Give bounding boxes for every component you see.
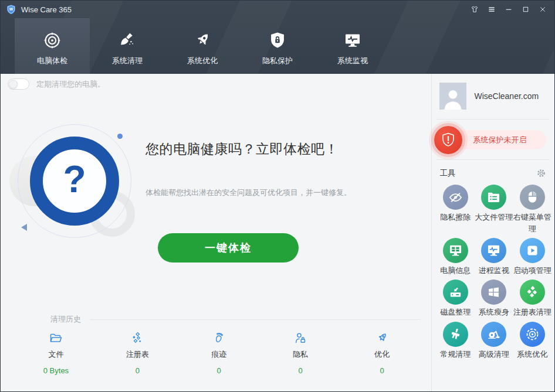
checkup-icon — [43, 28, 62, 53]
stat-label: 痕迹 — [211, 349, 226, 360]
tshirt-icon — [470, 5, 479, 14]
svg-text:W: W — [9, 7, 13, 11]
history-title: 清理历史 — [50, 314, 81, 325]
tab-pc-checkup[interactable]: 电脑体检 — [15, 18, 90, 74]
tool-label: 系统瘦身 — [479, 306, 509, 318]
gear-target-icon — [520, 322, 545, 347]
tool-system-optimizer[interactable]: 系统优化 — [513, 322, 551, 360]
scheduler-label: 定期清理您的电脑。 — [36, 79, 105, 90]
tool-label: 进程监视 — [479, 265, 509, 277]
tab-system-monitor[interactable]: 系统监视 — [315, 18, 390, 74]
minimize-button[interactable] — [500, 1, 517, 18]
tool-big-file-manager[interactable]: 大文件管理 — [475, 185, 513, 235]
rocket-icon — [193, 28, 212, 53]
account-name[interactable]: WiseCleaner.com — [474, 91, 539, 101]
tool-context-menu-manager[interactable]: 右键菜单管理 — [513, 185, 551, 235]
stat-files: 文件 0 Bytes — [15, 330, 97, 375]
tool-label: 磁盘整理 — [440, 306, 471, 318]
hero-description: 体检能帮您找出潜在的安全问题及可优化项目，并一键修复。 — [145, 188, 351, 198]
tab-label: 系统优化 — [187, 56, 218, 66]
window-controls — [466, 1, 551, 18]
tool-label: 右键菜单管理 — [513, 212, 551, 235]
question-ring: ? — [30, 137, 119, 226]
content-area: 定期清理您的电脑。 ? 您的电脑健康吗？立即体检吧！ 体检能帮您找出潜在的安全问… — [1, 74, 554, 392]
tool-label: 大文件管理 — [475, 212, 513, 223]
stat-privacy: 隐私 0 — [260, 330, 341, 375]
decor-triangle — [21, 224, 27, 231]
tab-label: 系统监视 — [337, 56, 368, 66]
stat-registry: 注册表 0 — [97, 330, 178, 375]
sidebar: WiseCleaner.com 系统保护未开启 工具 隐私擦除 大文件管理 右键… — [431, 74, 554, 392]
history-stats: 文件 0 Bytes 注册表 0 痕迹 0 隐私 0 优化 0 — [15, 330, 422, 375]
tab-system-cleaner[interactable]: 系统清理 — [90, 18, 165, 74]
minimize-icon — [504, 5, 513, 14]
windows-icon — [481, 279, 506, 305]
close-icon — [538, 5, 547, 14]
tool-label: 高级清理 — [479, 349, 509, 360]
tool-label: 常规清理 — [440, 349, 471, 360]
monitor-wave-icon — [481, 238, 506, 263]
tool-privacy-eraser[interactable]: 隐私擦除 — [436, 185, 475, 235]
tab-privacy-protector[interactable]: 隐私保护 — [240, 18, 315, 74]
tools-settings-gear-icon[interactable] — [536, 168, 547, 179]
window-title: Wise Care 365 — [21, 5, 72, 14]
monitor-grid-icon — [443, 238, 468, 263]
toggle-knob — [9, 80, 18, 88]
brush-icon — [443, 322, 468, 347]
menu-button[interactable] — [483, 1, 500, 18]
diamonds-outline-icon — [130, 330, 144, 346]
tool-pc-information[interactable]: 电脑信息 — [436, 238, 475, 277]
tool-advanced-cleaner[interactable]: 高级清理 — [475, 322, 513, 360]
maximize-button[interactable] — [517, 1, 534, 18]
close-button[interactable] — [534, 1, 551, 18]
scheduler-row: 定期清理您的电脑。 — [8, 79, 105, 90]
monitor-pulse-icon — [343, 28, 362, 53]
tab-system-tuneup[interactable]: 系统优化 — [165, 18, 240, 74]
main-panel: 定期清理您的电脑。 ? 您的电脑健康吗？立即体检吧！ 体检能帮您找出潜在的安全问… — [1, 74, 431, 392]
account-row[interactable]: WiseCleaner.com — [432, 74, 554, 119]
avatar — [439, 83, 466, 110]
stat-optimization: 优化 0 — [341, 330, 423, 375]
shield-lock-icon — [268, 28, 287, 53]
tool-disk-defrag[interactable]: 磁盘整理 — [436, 279, 475, 318]
tool-common-cleaner[interactable]: 常规清理 — [436, 322, 475, 360]
tool-startup-manager[interactable]: 启动项管理 — [513, 238, 551, 277]
stat-value: 0 — [299, 366, 303, 375]
broom-icon — [118, 28, 137, 53]
titlebar: W Wise Care 365 — [1, 1, 554, 18]
stat-value: 0 — [217, 366, 221, 375]
history-header: 清理历史 — [50, 314, 421, 325]
protection-warning[interactable]: 系统保护未开启 — [432, 120, 554, 159]
maximize-icon — [521, 5, 530, 14]
decor-dot — [117, 134, 123, 139]
one-click-checkup-button[interactable]: 一键体检 — [158, 233, 299, 263]
stat-label: 优化 — [374, 349, 390, 360]
wise-care-365-window: W Wise Care 365 电脑体检 系统清理 系统优化 隐私保护 系统监视 — [0, 0, 555, 392]
disk-arrow-icon — [443, 279, 468, 305]
scheduler-toggle[interactable] — [8, 79, 29, 90]
stat-traces: 痕迹 0 — [178, 330, 260, 375]
diamonds-icon — [520, 279, 545, 305]
rocket-outline-icon — [375, 330, 389, 346]
tool-label: 注册表清理 — [513, 306, 551, 318]
eye-off-icon — [443, 185, 468, 210]
tool-system-slimming[interactable]: 系统瘦身 — [475, 279, 513, 318]
hero-heading: 您的电脑健康吗？立即体检吧！ — [145, 140, 339, 158]
question-mark: ? — [63, 161, 86, 202]
tab-label: 隐私保护 — [262, 56, 293, 66]
alert-shield-icon[interactable] — [434, 126, 462, 154]
folder-icon — [49, 330, 63, 346]
menu-icon — [487, 5, 496, 14]
tools-header: 工具 — [432, 160, 554, 181]
folder-list-icon — [481, 185, 506, 210]
tab-label: 电脑体检 — [37, 56, 67, 66]
tool-label: 隐私擦除 — [440, 212, 471, 223]
theme-button[interactable] — [466, 1, 483, 18]
main-nav: 电脑体检 系统清理 系统优化 隐私保护 系统监视 — [1, 18, 554, 74]
tool-registry-cleaner[interactable]: 注册表清理 — [513, 279, 551, 318]
stat-value: 0 Bytes — [43, 366, 69, 375]
mouse-icon — [520, 185, 545, 210]
tools-grid: 隐私擦除 大文件管理 右键菜单管理 电脑信息 进程监视 启动项管理 磁盘整理 系… — [432, 181, 554, 360]
tool-label: 启动项管理 — [513, 265, 551, 277]
tool-process-monitor[interactable]: 进程监视 — [475, 238, 513, 277]
